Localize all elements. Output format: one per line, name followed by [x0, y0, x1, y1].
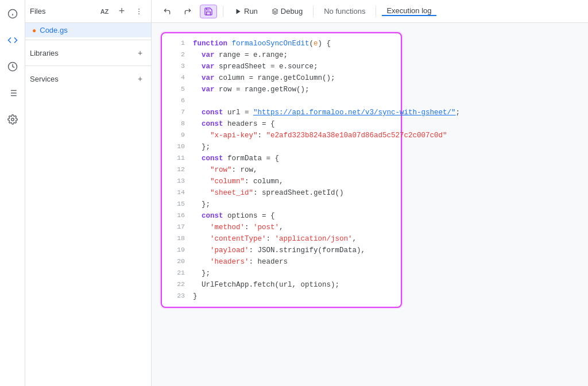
code-line: 2 var range = e.range; — [162, 49, 401, 61]
line-number: 23 — [169, 291, 185, 302]
nav-icon-list[interactable] — [5, 85, 21, 101]
left-panel: Files AZ + ● Code.gs Libraries + Service… — [25, 0, 152, 386]
svg-point-13 — [138, 13, 140, 14]
line-content: const headers = { — [193, 118, 275, 130]
code-line: 15 }; — [162, 199, 401, 210]
line-number: 5 — [169, 84, 185, 95]
file-type-icon: ● — [32, 26, 36, 34]
file-name-label: Code.gs — [40, 26, 67, 34]
line-content: "row": row, — [193, 164, 258, 176]
add-file-button[interactable]: + — [114, 4, 129, 19]
line-content: 'headers': headers — [193, 256, 288, 268]
file-item-code-gs[interactable]: ● Code.gs — [25, 23, 151, 37]
line-content: const options = { — [193, 210, 275, 222]
icon-sidebar — [0, 0, 25, 386]
line-number: 2 — [169, 49, 185, 61]
files-toolbar: Files AZ + — [25, 0, 151, 23]
line-content: }; — [193, 268, 210, 279]
line-content: var spreadSheet = e.source; — [193, 61, 318, 72]
add-library-icon[interactable]: + — [134, 47, 146, 59]
line-content: "column": column, — [193, 176, 284, 187]
svg-point-12 — [138, 11, 140, 12]
no-functions-text: No functions — [319, 7, 370, 16]
redo-button[interactable] — [179, 5, 196, 18]
files-title: Files — [30, 7, 95, 16]
svg-point-11 — [138, 9, 140, 10]
line-number: 18 — [169, 233, 185, 245]
line-number: 19 — [169, 245, 185, 256]
line-content: 'contentType': 'application/json', — [193, 233, 357, 245]
code-line: 3 var spreadSheet = e.source; — [162, 61, 401, 72]
nav-icon-gear[interactable] — [5, 111, 21, 128]
run-label: Run — [244, 7, 258, 16]
svg-marker-15 — [272, 9, 278, 11]
services-section[interactable]: Services + — [25, 68, 151, 89]
code-line: 1function formalooSyncOnEdit(e) { — [162, 38, 401, 49]
code-line: 22 UrlFetchApp.fetch(url, options); — [162, 279, 401, 291]
code-line: 16 const options = { — [162, 210, 401, 222]
toolbar-sep-2 — [313, 6, 314, 17]
line-number: 12 — [169, 164, 185, 176]
line-content: 'payload': JSON.stringify(formData), — [193, 245, 365, 256]
nav-icon-clock[interactable] — [5, 59, 21, 75]
services-label: Services — [30, 75, 134, 83]
code-line: 14 "sheet_id": spreadSheet.getId() — [162, 187, 401, 199]
code-line: 13 "column": column, — [162, 176, 401, 187]
more-options-button[interactable] — [131, 4, 146, 19]
line-content: UrlFetchApp.fetch(url, options); — [193, 279, 339, 291]
line-number: 15 — [169, 199, 185, 210]
line-content: }; — [193, 141, 210, 153]
line-content: const formData = { — [193, 153, 279, 164]
add-service-icon[interactable]: + — [134, 72, 146, 85]
code-line: 17 'method': 'post', — [162, 222, 401, 233]
line-number: 10 — [169, 141, 185, 153]
code-line: 20 'headers': headers — [162, 256, 401, 268]
nav-icon-info[interactable] — [5, 6, 21, 22]
code-line: 7 const url = "https://api.formaloo.net/… — [162, 107, 401, 118]
code-line: 6 — [162, 95, 401, 107]
line-number: 6 — [169, 95, 185, 107]
code-line: 5 var row = range.getRow(); — [162, 84, 401, 95]
line-number: 9 — [169, 130, 185, 141]
debug-label: Debug — [281, 7, 303, 16]
line-number: 13 — [169, 176, 185, 187]
code-line: 9 "x-api-key": "e2afd323b824a38e10a07d86… — [162, 130, 401, 141]
line-number: 21 — [169, 268, 185, 279]
divider-1 — [25, 40, 151, 40]
line-number: 16 — [169, 210, 185, 222]
line-number: 22 — [169, 279, 185, 291]
line-content: var row = range.getRow(); — [193, 84, 310, 95]
code-line: 12 "row": row, — [162, 164, 401, 176]
libraries-label: Libraries — [30, 49, 134, 57]
code-line: 4 var column = range.getColumn(); — [162, 72, 401, 84]
code-line: 10 }; — [162, 141, 401, 153]
line-content: var column = range.getColumn(); — [193, 72, 335, 84]
undo-button[interactable] — [158, 5, 176, 18]
main-toolbar: Run Debug No functions Execution log — [152, 0, 588, 23]
line-content: 'method': 'post', — [193, 222, 284, 233]
line-content: "sheet_id": spreadSheet.getId() — [193, 187, 344, 199]
code-line: 23} — [162, 291, 401, 302]
debug-button[interactable]: Debug — [267, 5, 307, 18]
line-number: 14 — [169, 187, 185, 199]
line-content: "x-api-key": "e2afd323b824a38e10a07d86ad… — [193, 130, 447, 141]
line-number: 3 — [169, 61, 185, 72]
save-button[interactable] — [200, 5, 217, 18]
line-content: } — [193, 291, 198, 302]
toolbar-sep-1 — [223, 6, 223, 17]
line-number: 7 — [169, 107, 185, 118]
nav-icon-code[interactable] — [5, 32, 21, 48]
line-number: 4 — [169, 72, 185, 84]
line-number: 8 — [169, 118, 185, 130]
sort-az-button[interactable]: AZ — [97, 4, 112, 19]
code-line: 11 const formData = { — [162, 153, 401, 164]
execution-log-tab[interactable]: Execution log — [382, 6, 436, 16]
code-line: 21 }; — [162, 268, 401, 279]
line-content: const url = "https://api.formaloo.net/v3… — [193, 107, 460, 118]
libraries-section[interactable]: Libraries + — [25, 43, 151, 63]
line-number: 11 — [169, 153, 185, 164]
code-line: 19 'payload': JSON.stringify(formData), — [162, 245, 401, 256]
line-content: var range = e.range; — [193, 49, 288, 61]
code-editor[interactable]: 1function formalooSyncOnEdit(e) {2 var r… — [161, 32, 402, 308]
run-button[interactable]: Run — [229, 5, 264, 18]
